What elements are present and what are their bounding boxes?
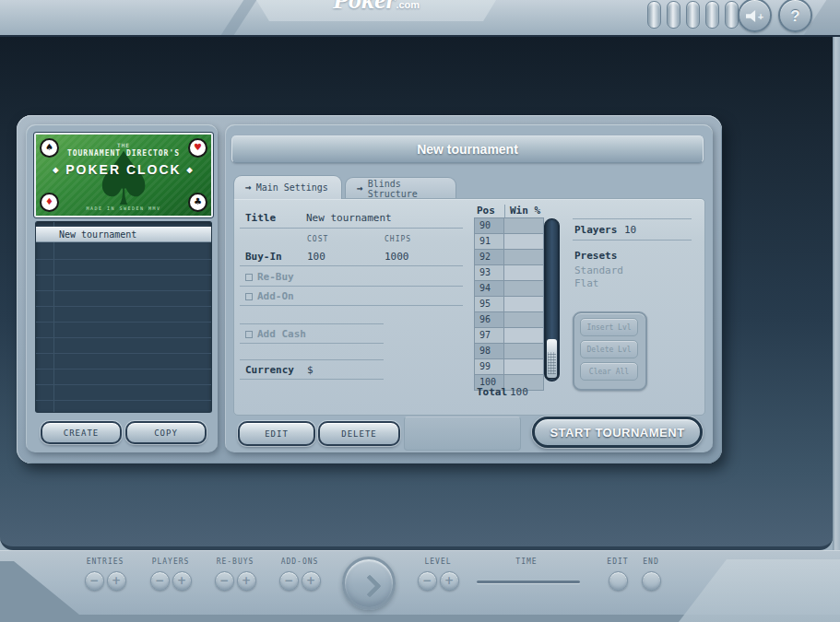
divider	[240, 343, 384, 344]
rebuy-checkbox-row[interactable]: Re-Buy	[245, 271, 294, 283]
preset-flat[interactable]: Flat	[574, 277, 599, 289]
buyin-chips-value[interactable]: 1000	[385, 251, 409, 263]
insert-level-button[interactable]: Insert Lvl	[580, 318, 638, 336]
level-minus-button[interactable]: −	[418, 571, 437, 591]
edit-button[interactable]: EDIT	[238, 421, 315, 446]
currency-value[interactable]: $	[307, 364, 314, 376]
plus-icon: +	[306, 574, 315, 587]
start-tournament-button[interactable]: START TOURNAMENT	[532, 417, 703, 448]
payout-row[interactable]: 99	[475, 359, 543, 375]
level-stepper: LEVEL − +	[415, 557, 461, 591]
play-icon	[358, 574, 381, 597]
cost-header: COST	[307, 235, 328, 243]
clear-all-button[interactable]: Clear All	[580, 362, 638, 381]
grip-icon	[548, 352, 556, 374]
tab-arrow-icon: →	[245, 182, 252, 194]
list-empty-row	[36, 354, 211, 370]
delete-level-button[interactable]: Delete Lvl	[580, 340, 638, 358]
rebuys-plus-button[interactable]: +	[237, 571, 256, 591]
question-icon: ?	[790, 7, 799, 26]
empty-slot	[404, 417, 521, 451]
sound-button[interactable]: +	[738, 0, 772, 32]
divider	[573, 240, 692, 241]
logo-panel: Poker.com	[249, 0, 503, 21]
tournament-list-empty	[36, 244, 211, 413]
payout-row[interactable]: 90	[475, 218, 543, 234]
players-plus-button[interactable]: +	[172, 571, 192, 591]
rebuys-minus-button[interactable]: −	[215, 571, 234, 591]
preset-standard[interactable]: Standard	[574, 264, 623, 276]
entries-minus-button[interactable]: −	[85, 571, 104, 591]
speaker-icon: +	[746, 10, 763, 22]
top-bar: Poker.com + ?	[0, 0, 840, 37]
create-button[interactable]: CREATE	[41, 421, 122, 444]
total-label: Total	[477, 386, 507, 398]
players-value[interactable]: 10	[624, 224, 636, 236]
volume-bar	[686, 1, 700, 29]
edit-round-button[interactable]	[609, 571, 628, 591]
payout-row[interactable]: 96	[475, 312, 543, 328]
card-text-made: MADE IN SWEDEN MMV	[36, 205, 211, 211]
diamond-icon: ◆	[53, 166, 60, 174]
players-minus-button[interactable]: −	[150, 571, 170, 591]
page-title: New tournament	[231, 135, 704, 163]
divider	[240, 228, 463, 229]
rebuys-stepper: RE-BUYS − +	[212, 557, 258, 591]
volume-bars[interactable]	[647, 1, 739, 27]
minus-icon: −	[89, 574, 99, 587]
tab-blinds-structure[interactable]: → Blinds Structure	[345, 177, 456, 199]
list-empty-row	[36, 244, 211, 260]
list-empty-row	[36, 323, 211, 338]
divider	[240, 359, 384, 360]
diamond-icon: ◆	[187, 166, 195, 174]
divider	[240, 286, 463, 287]
tab-main-settings[interactable]: → Main Settings	[233, 175, 342, 199]
plus-icon: +	[177, 574, 186, 587]
addons-minus-button[interactable]: −	[279, 571, 299, 591]
tournament-list[interactable]: New tournament	[35, 221, 212, 413]
card-title: ◆ POKER CLOCK ◆	[36, 162, 211, 177]
buyin-cost-value[interactable]: 100	[307, 251, 325, 263]
addon-checkbox-row[interactable]: Add-On	[245, 290, 294, 302]
payout-row[interactable]: 93	[475, 265, 543, 281]
buyin-label: Buy-In	[245, 251, 282, 263]
copy-button[interactable]: COPY	[125, 421, 207, 444]
payout-row[interactable]: 91	[475, 234, 543, 250]
payout-row[interactable]: 98	[475, 344, 543, 359]
play-button[interactable]	[342, 557, 396, 610]
payout-row[interactable]: 97	[475, 328, 543, 344]
list-empty-row	[36, 401, 211, 413]
payout-row[interactable]: 95	[475, 297, 543, 312]
payout-row[interactable]: 92	[475, 250, 543, 265]
players-stepper: PLAYERS − +	[148, 557, 194, 591]
entries-plus-button[interactable]: +	[107, 571, 126, 591]
title-value[interactable]: New tournament	[306, 212, 392, 224]
delete-button[interactable]: DELETE	[318, 421, 400, 446]
divider	[240, 323, 384, 324]
volume-bar	[647, 1, 661, 29]
end-round-button[interactable]	[642, 571, 661, 591]
tournament-sidebar: ♠ THE TOURNAMENT DIRECTOR'S ◆ POKER CLOC…	[26, 124, 218, 452]
list-empty-row	[36, 260, 211, 276]
card-text-the: THE	[36, 142, 211, 148]
time-label: TIME	[503, 557, 550, 566]
addons-plus-button[interactable]: +	[302, 571, 321, 591]
payout-scrollbar[interactable]	[544, 218, 560, 381]
list-item-selected[interactable]: New tournament	[36, 227, 211, 242]
divider	[240, 305, 463, 306]
divider	[573, 218, 692, 219]
scrollbar-thumb[interactable]	[547, 339, 557, 378]
time-slider[interactable]	[477, 581, 580, 583]
addcash-checkbox-row[interactable]: Add Cash	[245, 328, 306, 340]
diamond-icon: ♦	[40, 193, 59, 212]
level-plus-button[interactable]: +	[440, 571, 459, 591]
level-buttons-group: Insert Lvl Delete Lvl Clear All	[573, 311, 647, 391]
payout-row[interactable]: 94	[475, 281, 543, 297]
heart-icon: ♥	[188, 138, 207, 158]
win-header: Win %	[510, 205, 540, 217]
checkbox-icon	[245, 293, 253, 300]
list-empty-row	[36, 338, 211, 354]
addons-label: ADD-ONS	[277, 557, 323, 566]
list-empty-row	[36, 385, 211, 401]
entries-label: ENTRIES	[82, 557, 128, 566]
